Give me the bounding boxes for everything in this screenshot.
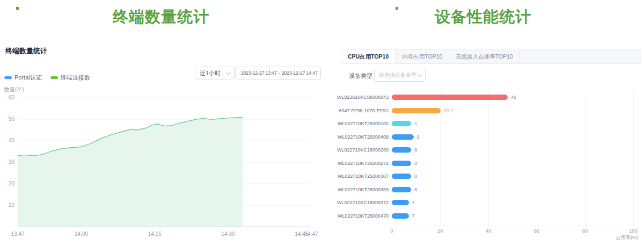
chevron-down-icon xyxy=(226,70,231,75)
device-type-label: 设备类型 xyxy=(349,72,372,80)
grid-line xyxy=(633,90,634,226)
chevron-down-icon xyxy=(418,73,422,77)
x-axis-tick: 13:47 xyxy=(11,231,24,237)
x-axis-tick: 0 xyxy=(390,228,393,234)
time-range-value: 近1小时 xyxy=(200,70,221,76)
y-axis-tick: 20 xyxy=(1,181,14,186)
bar-category-label: WL022710KT25000307 xyxy=(325,174,389,179)
x-axis-tick: 80 xyxy=(582,228,588,234)
chart-legend: Portal认证终端连接数 xyxy=(4,74,90,82)
left-panel-title: 终端数量统计 xyxy=(5,46,47,56)
x-axis-tick: 60 xyxy=(534,228,540,234)
x-axis-tick: 14:00 xyxy=(75,231,88,237)
tab-1[interactable]: CPU占用TOP10 xyxy=(341,50,396,63)
date-start: 2023-12-27 13:47 xyxy=(241,70,277,76)
bar-category-label: WL022710KT25000272 xyxy=(325,161,389,166)
time-range-select[interactable]: 近1小时 xyxy=(195,67,235,80)
x-axis-tick: 14:30 xyxy=(222,231,235,237)
bar xyxy=(392,147,411,153)
bar-value-label: 8 xyxy=(414,174,417,179)
terminal-count-area-chart xyxy=(0,91,322,236)
date-separator: - xyxy=(279,70,280,76)
x-axis-tick: 14:47 xyxy=(304,231,318,237)
legend-marker xyxy=(4,76,12,79)
bar-value-label: 8 xyxy=(414,161,417,166)
legend-item-2[interactable]: 终端连接数 xyxy=(50,74,90,82)
bar-value-label: 48 xyxy=(511,95,516,100)
legend-marker xyxy=(50,76,58,79)
y-axis-tick: 50 xyxy=(1,116,14,122)
bar xyxy=(392,161,411,166)
right-section-heading: 设备性能统计 xyxy=(322,6,644,28)
date-range-picker[interactable]: 2023-12-27 13:47 - 2023-12-27 14:47 xyxy=(235,67,321,80)
bar xyxy=(392,213,409,219)
bar xyxy=(392,187,411,192)
bar-category-label: WL022710KC18000280 xyxy=(325,147,389,153)
right-x-axis-title: 占用率(%) xyxy=(616,234,638,241)
bar-value-label: 9 xyxy=(417,134,420,140)
y-axis-tick: 30 xyxy=(1,159,14,165)
bar-value-label: 8 xyxy=(414,147,417,153)
bar-category-label: WL022710KT25000369 xyxy=(325,187,389,192)
grid-line xyxy=(488,90,489,226)
x-axis-tick: 14:15 xyxy=(148,231,162,237)
bar-value-label: 8 xyxy=(414,121,417,126)
bar xyxy=(392,134,414,140)
x-axis-tick: 100 xyxy=(629,228,638,234)
y-axis-tick: 10 xyxy=(1,202,14,208)
left-section-heading: 终端数量统计 xyxy=(0,6,322,28)
bar-value-label: 20.2 xyxy=(444,108,453,113)
x-axis-tick: 40 xyxy=(486,228,492,234)
x-axis-tick: 20 xyxy=(437,228,443,234)
legend-label: 终端连接数 xyxy=(61,74,90,82)
bar-category-label: WL022710KT25000102 xyxy=(325,121,389,126)
dashboard: 终端数量统计 设备性能统计 终端数量统计 Portal认证终端连接数 近1小时 … xyxy=(0,0,644,245)
tab-2[interactable]: 内存占用TOP10 xyxy=(396,50,449,63)
clock-icon xyxy=(238,70,239,76)
bar-value-label: 7 xyxy=(412,200,415,205)
device-type-select[interactable]: 请选择设备类型 xyxy=(374,69,426,82)
bar-category-label: WL022710KT25000409 xyxy=(325,134,389,140)
bar xyxy=(392,95,508,100)
device-type-placeholder: 请选择设备类型 xyxy=(379,72,416,78)
y-axis-tick: 60 xyxy=(1,95,14,100)
bar-category-label: WL022710KC18000372 xyxy=(325,200,389,205)
tab-3[interactable]: 无线接入点速率TOP10 xyxy=(449,50,520,63)
bar-value-label: 7 xyxy=(412,213,415,219)
y-axis-tick: 40 xyxy=(1,138,14,143)
bar xyxy=(392,200,409,205)
bar xyxy=(392,174,411,179)
bar xyxy=(392,108,441,113)
x-axis-line xyxy=(392,226,634,226)
bar-category-label: 6047-FF96-1070-EF0A xyxy=(325,108,389,113)
bar-category-label: WL023610KC06000043 xyxy=(325,95,389,100)
grid-line xyxy=(537,90,537,226)
bar-category-label: WL022710KT25000470 xyxy=(325,213,389,219)
bar-value-label: 8 xyxy=(414,187,417,192)
date-end: 2023-12-27 14:47 xyxy=(282,70,318,76)
bar xyxy=(392,121,411,126)
legend-label: Portal认证 xyxy=(14,74,42,82)
performance-tabs: CPU占用TOP10内存占用TOP10无线接入点速率TOP10 xyxy=(341,49,641,64)
grid-line xyxy=(585,90,586,226)
legend-item-1[interactable]: Portal认证 xyxy=(4,74,42,82)
